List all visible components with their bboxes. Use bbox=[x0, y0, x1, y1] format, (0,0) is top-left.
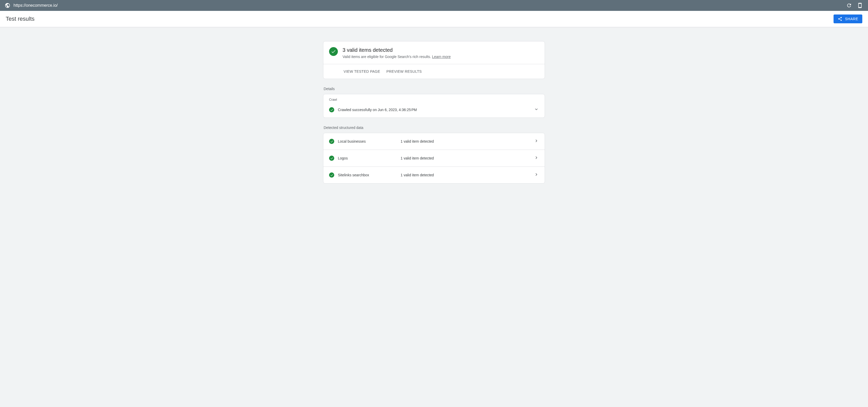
crawl-status-row[interactable]: Crawled successfully on Jun 6, 2023, 4:3… bbox=[323, 103, 545, 117]
structured-data-name: Sitelinks searchbox bbox=[338, 173, 397, 177]
structured-data-row[interactable]: Sitelinks searchbox 1 valid item detecte… bbox=[323, 167, 545, 183]
main-content: 3 valid items detected Valid items are e… bbox=[323, 41, 545, 183]
checkmark-icon bbox=[329, 156, 334, 161]
view-tested-page-button[interactable]: VIEW TESTED PAGE bbox=[344, 69, 380, 73]
structured-data-name: Local businesses bbox=[338, 139, 397, 143]
detected-section-label: Detected structured data bbox=[323, 126, 545, 130]
chevron-right-icon bbox=[534, 172, 539, 178]
structured-data-name: Logos bbox=[338, 156, 397, 160]
structured-data-row[interactable]: Local businesses 1 valid item detected bbox=[323, 133, 545, 150]
learn-more-link[interactable]: Learn more bbox=[432, 55, 451, 59]
structured-data-card: Local businesses 1 valid item detected L… bbox=[323, 133, 545, 183]
page-title: Test results bbox=[6, 15, 34, 22]
refresh-icon[interactable] bbox=[846, 3, 852, 8]
checkmark-icon bbox=[329, 107, 334, 112]
preview-results-button[interactable]: PREVIEW RESULTS bbox=[386, 69, 422, 73]
structured-data-count: 1 valid item detected bbox=[401, 156, 530, 160]
page-header: Test results SHARE bbox=[0, 11, 868, 27]
share-icon bbox=[838, 16, 842, 21]
crawl-status-text: Crawled successfully on Jun 6, 2023, 4:3… bbox=[338, 108, 530, 112]
summary-title: 3 valid items detected bbox=[343, 47, 451, 53]
structured-data-count: 1 valid item detected bbox=[401, 139, 530, 143]
summary-card: 3 valid items detected Valid items are e… bbox=[323, 41, 545, 79]
crawl-card-header: Crawl bbox=[323, 94, 545, 103]
checkmark-icon bbox=[329, 172, 334, 178]
chevron-right-icon bbox=[534, 155, 539, 161]
structured-data-row[interactable]: Logos 1 valid item detected bbox=[323, 150, 545, 167]
share-button-label: SHARE bbox=[845, 17, 858, 21]
url-bar: https://onecommerce.io/ bbox=[0, 0, 868, 11]
checkmark-icon bbox=[329, 47, 338, 56]
smartphone-icon[interactable] bbox=[857, 3, 863, 8]
checkmark-icon bbox=[329, 139, 334, 144]
structured-data-count: 1 valid item detected bbox=[401, 173, 530, 177]
details-section-label: Details bbox=[323, 87, 545, 91]
chevron-down-icon bbox=[534, 107, 539, 113]
globe-icon bbox=[5, 3, 10, 8]
crawl-card: Crawl Crawled successfully on Jun 6, 202… bbox=[323, 94, 545, 118]
url-text[interactable]: https://onecommerce.io/ bbox=[13, 3, 58, 8]
share-button[interactable]: SHARE bbox=[834, 14, 862, 23]
chevron-right-icon bbox=[534, 138, 539, 144]
summary-subtitle: Valid items are eligible for Google Sear… bbox=[343, 55, 451, 59]
